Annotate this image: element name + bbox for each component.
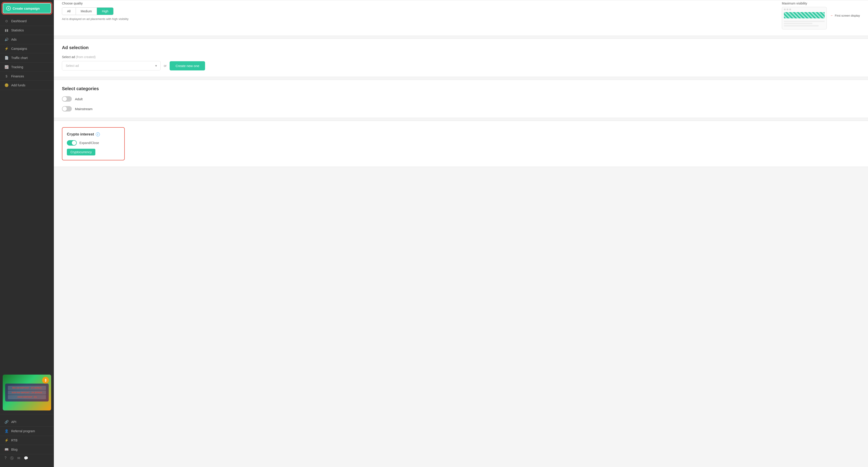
mainstream-label: Mainstream [75,107,92,111]
vis-dot-3 [789,8,791,10]
api-icon: 🔗 [4,420,8,424]
cryptocurrency-tag[interactable]: Cryptocurrency [67,149,95,155]
from-created-label: (from created) [76,55,96,59]
mail-icon[interactable]: ✉ [17,456,20,461]
bitcoin-icon: ₿ [42,377,49,383]
sidebar-item-label: API [11,420,17,424]
sidebar-item-label: Dashboard [11,19,27,23]
traffic-chart-icon: 📄 [4,56,8,60]
traffic-quality-top: Choose quality All Medium High Ad is dis… [62,2,860,29]
sidebar-item-campaigns[interactable]: ⚡ Campaigns [0,44,54,53]
blog-icon: 📖 [4,447,8,452]
ad-selection-section: Ad selection Select ad (from created) Se… [54,39,868,77]
vis-dot-2 [786,8,788,10]
adult-toggle[interactable] [62,96,72,102]
traffic-quality-right: Maximum visibility [782,2,860,29]
tracking-icon: 📈 [4,65,8,69]
create-new-button[interactable]: Create new one [169,61,205,70]
category-row-mainstream: Mainstream [62,106,860,112]
category-row-adult: Adult [62,96,860,102]
vis-dots [782,7,827,12]
sidebar-item-traffic-chart[interactable]: 📄 Traffic chart [0,53,54,63]
sidebar-item-label: Tracking [11,65,23,69]
max-visibility-container: Maximum visibility [782,2,827,29]
crypto-interest-card: Crypto interest i Expand/Close Cryptocur… [62,127,125,160]
sidebar-item-rtb[interactable]: ⚡ RTB [0,436,54,445]
first-screen-label: ← First screen display [830,14,860,17]
vis-line-3 [784,25,819,27]
finances-icon: $ [4,74,8,78]
sidebar-item-dashboard[interactable]: ⊙ Dashboard [0,17,54,26]
sidebar-bottom: 🔗 API 👤 Referral program ⚡ RTB 📖 Blog ? … [0,415,54,467]
quality-buttons: All Medium High [62,7,114,15]
select-ad-wrapper: Select ad ▼ [62,61,161,70]
sidebar-footer-icons: ? Ⓢ ✉ 💬 [0,454,54,463]
rtb-icon: ⚡ [4,438,8,442]
ad-selection-title: Ad selection [62,45,860,50]
arrow-left-icon: ← [830,14,833,17]
referral-icon: 👤 [4,429,8,433]
select-ad-dropdown[interactable]: Select ad [62,61,161,70]
quality-btn-medium[interactable]: Medium [76,8,97,15]
sidebar-item-label: Add funds [11,84,25,87]
sidebar: + Create campaign ⊙ Dashboard ▮▮ Statist… [0,0,54,467]
create-campaign-button[interactable]: + Create campaign [3,3,51,13]
adult-label: Adult [75,97,83,101]
help-icon[interactable]: ? [4,456,6,461]
first-screen-text: First screen display [835,14,860,17]
quality-hint: Ad is displayed on ad placements with hi… [62,17,129,21]
sidebar-item-tracking[interactable]: 📈 Tracking [0,63,54,72]
sidebar-item-label: Finances [11,74,24,78]
quality-btn-high[interactable]: High [97,8,113,15]
create-campaign-icon: + [6,6,11,10]
chat-icon[interactable]: 💬 [24,456,28,461]
sidebar-item-label: Statistics [11,29,24,32]
sidebar-item-add-funds[interactable]: 🪙 Add funds [0,81,54,90]
sidebar-item-api[interactable]: 🔗 API [0,417,54,427]
banner-row-3: >$500 DEPOSIT - 3% [8,395,46,399]
crypto-expand-label: Expand/Close [80,141,99,145]
create-campaign-label: Create campaign [12,6,40,10]
vis-dot-1 [784,8,786,10]
crypto-interest-section: Crypto interest i Expand/Close Cryptocur… [54,121,868,167]
vis-green-bar [784,12,825,19]
main-content: Choose quality All Medium High Ad is dis… [54,0,868,467]
max-visibility-label: Maximum visibility [782,2,827,5]
vis-line-2 [784,23,812,24]
sidebar-nav: ⊙ Dashboard ▮▮ Statistics 🔊 Ads ⚡ Campai… [0,17,54,372]
mainstream-toggle[interactable] [62,106,72,112]
crypto-title: Crypto interest [67,132,94,136]
sidebar-item-label: Blog [11,448,18,451]
sidebar-item-label: Traffic chart [11,56,28,60]
toggle-thumb [72,141,76,145]
info-icon[interactable]: i [96,132,100,136]
quality-btn-all[interactable]: All [62,8,76,15]
support-icon[interactable]: Ⓢ [10,456,14,461]
sidebar-item-referral[interactable]: 👤 Referral program [0,427,54,436]
sidebar-item-statistics[interactable]: ▮▮ Statistics [0,26,54,35]
traffic-quality-section: Choose quality All Medium High Ad is dis… [54,0,868,36]
choose-quality-label: Choose quality [62,2,129,5]
sidebar-item-finances[interactable]: $ Finances [0,72,54,81]
select-categories-section: Select categories Adult Mainstream [54,80,868,118]
sidebar-item-label: Campaigns [11,47,27,51]
crypto-expand-toggle[interactable] [67,140,77,146]
sidebar-item-label: RTB [11,438,18,442]
ads-icon: 🔊 [4,37,8,41]
vis-lines [782,20,827,29]
select-categories-title: Select categories [62,86,860,91]
banner-row-2: $150-500 DEPOSIT - 2% BONUS [8,391,46,395]
ad-selection-row: Select ad ▼ or Create new one [62,61,860,70]
toggle-thumb [62,106,67,111]
vis-line-1 [784,21,825,22]
sidebar-item-blog[interactable]: 📖 Blog [0,445,54,454]
visibility-card [782,7,827,29]
sidebar-item-ads[interactable]: 🔊 Ads [0,35,54,44]
sidebar-item-label: Referral program [11,429,35,433]
sidebar-divider [0,414,54,414]
statistics-icon: ▮▮ [4,28,8,32]
add-funds-icon: 🪙 [4,83,8,87]
crypto-toggle-row: Expand/Close [67,140,120,146]
sidebar-banner: ₿ $50-150 DEPOSIT - 1% BONUS $150-500 DE… [3,375,51,410]
or-text: or [164,64,166,67]
